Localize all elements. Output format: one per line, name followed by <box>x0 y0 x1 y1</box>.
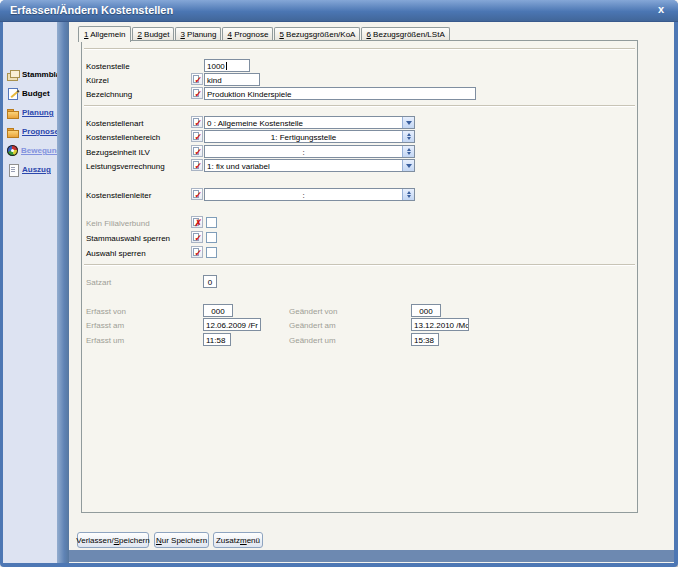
close-icon[interactable]: x <box>658 4 664 15</box>
sidebar-item-budget[interactable]: Budget <box>7 87 50 100</box>
tab-budget[interactable]: 2 Budget <box>132 27 174 41</box>
leistungsverrechnung-label: Leistungsverrechnung <box>86 162 165 171</box>
tab-page-allgemein: Kostenstelle 1000 Kürzel ✓ kind Bezeichn… <box>81 40 638 513</box>
edit-note-button[interactable]: ✓ <box>191 87 203 99</box>
red-check-icon: ✓ <box>194 191 202 200</box>
geaendert-von-value: 000 <box>411 304 441 317</box>
edit-note-button[interactable]: ✓ <box>191 73 203 85</box>
erfasst-von-label: Erfasst von <box>86 307 126 316</box>
red-check-icon: ✓ <box>194 133 202 142</box>
sidebar-item-auszug[interactable]: Auszug <box>7 163 51 176</box>
kein-filialverbund-checkbox[interactable] <box>206 217 217 228</box>
stammauswahl-sperren-checkbox[interactable] <box>206 232 217 243</box>
red-check-icon: ✓ <box>194 90 202 99</box>
red-check-icon: ✓ <box>194 234 202 243</box>
edit-note-button[interactable]: ✓ <box>191 145 203 157</box>
edit-note-button[interactable]: ✓ <box>191 116 203 128</box>
kostenstellenbereich-label: Kostenstellenbereich <box>86 133 160 142</box>
kostenstellenleiter-label: Kostenstellenleiter <box>86 191 151 200</box>
geaendert-am-value: 13.12.2010 /Mo <box>411 318 469 331</box>
kostenstellenart-label: Kostenstellenart <box>86 119 143 128</box>
document-icon <box>7 164 19 176</box>
sidebar-item-planung[interactable]: Planung <box>7 106 54 119</box>
tab-bezugsgroessen-lsta[interactable]: 6 Bezugsgrößen/LStA <box>361 27 449 41</box>
satzart-value: 0 <box>203 275 217 288</box>
erfasst-am-value: 12.06.2009 /Fr <box>203 318 261 331</box>
kuerzel-label: Kürzel <box>86 76 109 85</box>
edit-note-button[interactable]: ✓ <box>191 231 203 243</box>
budget-page-icon <box>7 88 19 100</box>
erfasst-um-value: 11:58 <box>203 333 231 346</box>
main-panel: 1 Allgemein 2 Budget 3 Planung 4 Prognos… <box>69 22 674 563</box>
tab-strip: 1 Allgemein 2 Budget 3 Planung 4 Prognos… <box>78 26 451 41</box>
bezeichnung-input[interactable]: Produktion Kinderspiele <box>204 87 476 100</box>
spinner-icon[interactable] <box>402 131 414 142</box>
bezugseinheit-ilv-select[interactable]: : <box>204 145 415 158</box>
zusatzmenu-button[interactable]: Zusatzmenü <box>213 532 263 548</box>
erfasst-von-value: 000 <box>203 304 233 317</box>
edit-note-button[interactable]: ✓ <box>191 188 203 200</box>
red-check-icon: ✓ <box>194 162 202 171</box>
auswahl-sperren-checkbox[interactable] <box>206 247 217 258</box>
window-body: Stammblatt Budget Planung Prognose Beweg… <box>3 22 674 563</box>
red-check-icon: ✓ <box>194 249 202 258</box>
separator <box>84 48 635 50</box>
kein-filialverbund-label: Kein Filialverbund <box>86 219 150 228</box>
geaendert-um-label: Geändert um <box>289 336 336 345</box>
geaendert-am-label: Geändert am <box>289 321 336 330</box>
sidebar-accent-strip <box>57 22 69 563</box>
kostenstelle-input[interactable]: 1000 <box>204 59 250 72</box>
tab-prognose[interactable]: 4 Prognose <box>222 27 273 41</box>
bezugseinheit-ilv-label: Bezugseinheit ILV <box>86 148 150 157</box>
erfasst-um-label: Erfasst um <box>86 336 124 345</box>
separator <box>84 264 635 266</box>
index-cards-icon <box>7 69 19 81</box>
red-check-icon: ✓ <box>194 76 202 85</box>
spinner-icon[interactable] <box>402 189 414 200</box>
edit-note-button[interactable]: ✓ <box>191 159 203 171</box>
kostenstellenbereich-select[interactable]: 1: Fertigungsstelle <box>204 130 415 143</box>
bottom-status-bar <box>69 550 674 562</box>
geaendert-von-label: Geändert von <box>289 307 337 316</box>
sidebar: Stammblatt Budget Planung Prognose Beweg… <box>3 22 57 563</box>
satzart-label: Satzart <box>86 278 111 287</box>
red-x-icon: ✗ <box>194 219 202 228</box>
tab-planung[interactable]: 3 Planung <box>175 27 221 41</box>
folder-icon <box>7 107 19 119</box>
stammauswahl-sperren-label: Stammauswahl sperren <box>86 234 170 243</box>
bezeichnung-label: Bezeichnung <box>86 90 132 99</box>
verlassen-speichern-button[interactable]: Verlassen/Speichern <box>77 532 149 548</box>
red-check-icon: ✓ <box>194 119 202 128</box>
nur-speichern-button[interactable]: Nur Speichern <box>154 532 209 548</box>
leistungsverrechnung-select[interactable]: 1: fix und variabel <box>204 159 415 172</box>
edit-note-button[interactable]: ✗ <box>191 216 203 228</box>
kostenstellenleiter-select[interactable]: : <box>204 188 415 201</box>
folder-icon <box>7 126 19 138</box>
dialog-window: Erfassen/Ändern Kostenstellen x Stammbla… <box>0 0 678 567</box>
tab-bezugsgroessen-koa[interactable]: 5 Bezugsgrößen/KoA <box>274 27 360 41</box>
sidebar-item-prognose[interactable]: Prognose <box>7 125 59 138</box>
color-wheel-icon <box>7 145 18 156</box>
red-check-icon: ✓ <box>194 148 202 157</box>
kuerzel-input[interactable]: kind <box>204 73 260 86</box>
edit-note-button[interactable]: ✓ <box>191 130 203 142</box>
spinner-icon[interactable] <box>402 146 414 157</box>
separator <box>84 105 635 107</box>
edit-note-button[interactable]: ✓ <box>191 246 203 258</box>
dropdown-arrow-icon[interactable] <box>402 160 414 171</box>
auswahl-sperren-label: Auswahl sperren <box>86 249 146 258</box>
kostenstellenart-select[interactable]: 0 : Allgemeine Kostenstelle <box>204 116 415 129</box>
dropdown-arrow-icon[interactable] <box>402 117 414 128</box>
text-caret <box>226 62 227 70</box>
geaendert-um-value: 15:38 <box>411 333 439 346</box>
kostenstelle-label: Kostenstelle <box>86 62 130 71</box>
window-title: Erfassen/Ändern Kostenstellen <box>10 4 173 16</box>
title-bar[interactable]: Erfassen/Ändern Kostenstellen x <box>0 0 678 22</box>
erfasst-am-label: Erfasst am <box>86 321 124 330</box>
tab-allgemein[interactable]: 1 Allgemein <box>78 26 131 42</box>
sidebar-item-bewegung[interactable]: Bewegung <box>7 144 61 157</box>
